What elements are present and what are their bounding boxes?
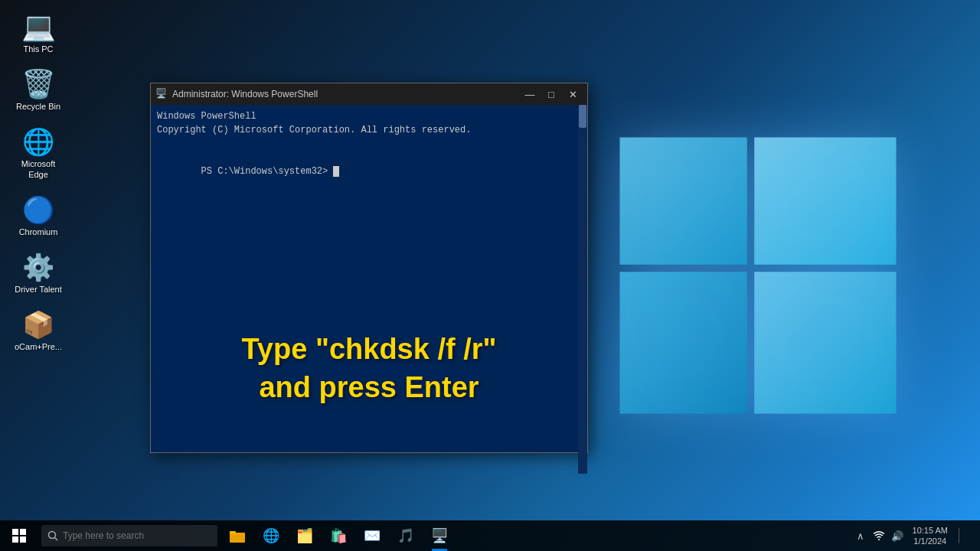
ps-cursor	[333, 166, 339, 177]
ps-line-2: Copyright (C) Microsoft Corporation. All…	[157, 123, 581, 137]
taskbar-tray: ∧ 🔊 10:15 AM 1/1/2024	[847, 520, 980, 551]
taskbar-app-media[interactable]: 🎵	[389, 520, 423, 551]
ps-overlay-line2: and press Enter	[174, 369, 564, 406]
svg-rect-11	[230, 531, 236, 534]
taskbar-app-edge[interactable]: 🌐	[254, 520, 288, 551]
svg-rect-4	[12, 529, 18, 535]
ps-titlebar: 🖥️ Administrator: Windows PowerShell — □…	[151, 83, 587, 105]
this-pc-icon: 💻	[22, 11, 54, 43]
tray-network-icon[interactable]	[871, 528, 887, 543]
ps-window-title: Administrator: Windows PowerShell	[172, 89, 520, 99]
clock-time: 10:15 AM	[913, 525, 948, 536]
ps-content[interactable]: Windows PowerShell Copyright (C) Microso…	[151, 105, 587, 452]
ps-minimize-button[interactable]: —	[520, 86, 540, 102]
ps-overlay-instruction: Type "chkdsk /f /r" and press Enter	[174, 331, 564, 406]
svg-marker-1	[754, 138, 896, 265]
taskbar-app-store[interactable]: 🛍️	[322, 520, 355, 551]
recycle-bin-label: Recycle Bin	[16, 102, 60, 112]
taskbar-app-explorer[interactable]: 🗂️	[288, 520, 322, 551]
file-explorer-icon	[230, 529, 245, 543]
start-button[interactable]	[0, 520, 38, 551]
taskbar-app-file-explorer[interactable]	[220, 520, 254, 551]
taskbar-app-powershell[interactable]: 🖥️	[423, 520, 456, 551]
svg-marker-2	[620, 272, 747, 413]
svg-rect-5	[20, 529, 26, 535]
ps-window-icon: 🖥️	[155, 88, 168, 100]
ps-prompt-text: PS C:\Windows\system32>	[201, 166, 334, 177]
desktop: 💻 This PC 🗑️ Recycle Bin 🌐 Microsoft Edg…	[0, 0, 980, 551]
tray-volume-icon[interactable]: 🔊	[890, 528, 905, 543]
chromium-label: Chromium	[19, 227, 58, 237]
icon-recycle-bin[interactable]: 🗑️ Recycle Bin	[8, 65, 69, 115]
svg-marker-0	[620, 138, 747, 265]
powershell-window: 🖥️ Administrator: Windows PowerShell — □…	[150, 83, 588, 453]
ocam-icon: 📦	[22, 308, 54, 341]
this-pc-label: This PC	[23, 44, 53, 54]
svg-point-8	[49, 532, 56, 539]
icon-driver-talent[interactable]: ⚙️ Driver Talent	[8, 248, 69, 298]
taskbar: 🌐 🗂️ 🛍️ ✉️ 🎵 🖥️ ∧ 🔊 10:15 AM 1/	[0, 520, 980, 551]
ps-line-3	[157, 137, 581, 151]
edge-label: Microsoft Edge	[11, 159, 66, 179]
taskbar-app-mail[interactable]: ✉️	[355, 520, 389, 551]
network-icon-svg	[873, 530, 885, 541]
svg-rect-7	[20, 536, 26, 543]
ps-scrollbar[interactable]	[578, 105, 587, 474]
ps-maximize-button[interactable]: □	[541, 86, 561, 102]
search-icon	[47, 530, 58, 541]
chromium-icon: 🔵	[22, 194, 54, 226]
driver-talent-label: Driver Talent	[15, 285, 62, 295]
ocam-label: oCam+Pre...	[15, 342, 62, 352]
search-input[interactable]	[63, 530, 185, 541]
edge-icon: 🌐	[22, 126, 54, 158]
icon-ocam[interactable]: 📦 oCam+Pre...	[8, 305, 69, 355]
ps-scrollbar-thumb[interactable]	[579, 105, 586, 128]
svg-line-9	[55, 538, 58, 541]
ps-prompt-line: PS C:\Windows\system32>	[157, 151, 581, 192]
icon-chromium[interactable]: 🔵 Chromium	[8, 191, 69, 240]
svg-marker-3	[754, 272, 896, 413]
tray-show-desktop[interactable]	[959, 528, 974, 543]
windows-start-icon	[12, 529, 26, 543]
tray-chevron[interactable]: ∧	[853, 528, 868, 543]
ps-overlay-line1: Type "chkdsk /f /r"	[174, 331, 564, 368]
clock-date: 1/1/2024	[913, 536, 946, 546]
recycle-bin-icon: 🗑️	[22, 68, 54, 100]
driver-talent-icon: ⚙️	[22, 251, 54, 283]
taskbar-search-bar[interactable]	[41, 525, 217, 546]
desktop-icons: 💻 This PC 🗑️ Recycle Bin 🌐 Microsoft Edg…	[8, 8, 69, 355]
svg-rect-6	[12, 536, 18, 543]
taskbar-apps: 🌐 🗂️ 🛍️ ✉️ 🎵 🖥️	[220, 520, 456, 551]
windows-logo	[612, 130, 903, 421]
ps-close-button[interactable]: ✕	[563, 86, 583, 102]
icon-microsoft-edge[interactable]: 🌐 Microsoft Edge	[8, 122, 69, 182]
ps-line-1: Windows PowerShell	[157, 109, 581, 123]
taskbar-clock[interactable]: 10:15 AM 1/1/2024	[908, 525, 952, 547]
ps-titlebar-buttons: — □ ✕	[520, 86, 583, 102]
icon-this-pc[interactable]: 💻 This PC	[8, 8, 69, 57]
